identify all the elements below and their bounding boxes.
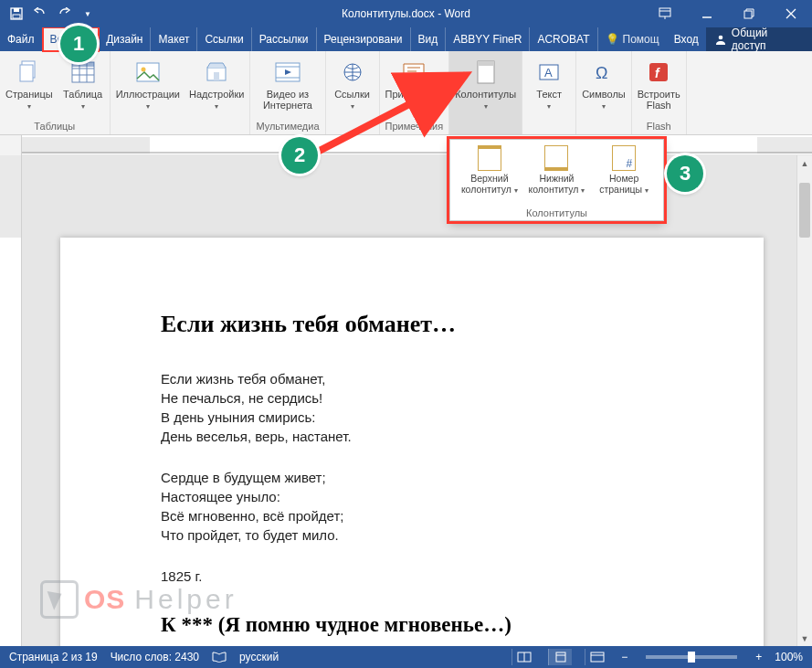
group-tables: Страницы▾ Таблица▾ Таблицы	[0, 51, 111, 134]
group-label: Flash	[647, 119, 671, 134]
flash-icon: f	[644, 58, 673, 86]
view-print-icon[interactable]	[548, 649, 572, 665]
tab-references[interactable]: Ссылки	[197, 27, 251, 51]
headerfooter-button[interactable]: Колонтитулы▾	[455, 55, 516, 112]
book-open-icon	[212, 652, 227, 663]
store-icon	[202, 58, 231, 86]
illustrations-button[interactable]: Иллюстрации▾	[116, 55, 180, 112]
textbox-icon: A	[534, 58, 564, 86]
tab-design[interactable]: Дизайн	[99, 27, 151, 51]
chevron-down-icon: ▾	[81, 102, 85, 111]
symbols-button[interactable]: Ω Символы▾	[582, 55, 626, 112]
view-read-icon[interactable]	[511, 649, 535, 665]
restore-icon[interactable]	[728, 0, 770, 27]
ribbon: Страницы▾ Таблица▾ Таблицы Иллюстрации▾ …	[0, 51, 812, 135]
save-icon[interactable]	[9, 6, 24, 21]
tab-mailings[interactable]: Рассылки	[252, 27, 317, 51]
group-symbols: Ω Символы▾ .	[576, 51, 632, 134]
zoom-slider[interactable]	[646, 655, 737, 659]
watermark-logo: OS Helper	[40, 580, 237, 619]
chevron-down-icon: ▾	[27, 102, 31, 111]
link-icon	[338, 58, 367, 86]
pages-button[interactable]: Страницы▾	[5, 55, 53, 112]
group-label: Примечания	[385, 119, 444, 134]
tell-me-label: Помощ	[623, 33, 659, 46]
document-canvas[interactable]: Если жизнь тебя обманет… Если жизнь тебя…	[22, 155, 796, 646]
svg-point-5	[719, 36, 723, 40]
person-icon	[715, 34, 726, 45]
tab-abbyy[interactable]: ABBYY FineR	[446, 27, 530, 51]
scroll-thumb[interactable]	[799, 183, 810, 238]
zoom-out-icon[interactable]: −	[621, 651, 627, 663]
tab-acrobat[interactable]: ACROBAT	[530, 27, 597, 51]
vertical-ruler[interactable]	[0, 155, 22, 646]
vertical-scrollbar[interactable]: ▲ ▼	[796, 155, 812, 646]
svg-rect-2	[13, 15, 20, 18]
status-wordcount[interactable]: Число слов: 2430	[111, 651, 199, 663]
svg-rect-10	[137, 63, 159, 81]
pagenumber-icon: #	[612, 145, 636, 171]
text-button[interactable]: A Текст▾	[528, 55, 570, 112]
ribbon-options-icon[interactable]	[644, 0, 686, 27]
flash-button[interactable]: f Встроить Flash	[638, 55, 680, 111]
header-page-icon	[478, 145, 501, 171]
close-icon[interactable]	[770, 0, 812, 27]
ribbon-tabs: Файл Вставка Дизайн Макет Ссылки Рассылк…	[0, 27, 812, 51]
svg-rect-26	[591, 652, 604, 662]
picture-icon	[133, 58, 163, 86]
video-icon	[273, 58, 302, 86]
minimize-icon[interactable]	[686, 0, 728, 27]
chevron-down-icon: ▾	[581, 186, 585, 195]
group-flash: f Встроить Flash Flash	[632, 51, 687, 134]
customize-qat-icon[interactable]: ▼	[80, 6, 95, 21]
share-label: Общий доступ	[732, 27, 803, 52]
addins-button[interactable]: Надстройки▾	[189, 55, 244, 112]
svg-rect-17	[478, 61, 494, 66]
tell-me[interactable]: 💡 Помощ	[598, 27, 667, 51]
group-headerfooter: Колонтитулы▾ .	[449, 51, 522, 134]
zoom-in-icon[interactable]: +	[755, 651, 762, 663]
scroll-down-icon[interactable]: ▼	[797, 631, 812, 646]
svg-text:Ω: Ω	[596, 64, 607, 82]
status-bar: Страница 2 из 19 Число слов: 2430 русски…	[0, 646, 812, 668]
group-illustrations: Иллюстрации▾ Надстройки▾ .	[111, 51, 251, 134]
chevron-down-icon: ▾	[514, 186, 518, 195]
tab-view[interactable]: Вид	[411, 27, 447, 51]
doc-paragraph: Сердце в будущем живет; Настоящее уныло:…	[161, 468, 663, 545]
scroll-up-icon[interactable]: ▲	[797, 155, 812, 171]
headerfooter-popup: Верхний колонтитул ▾ Нижний колонтитул ▾…	[449, 139, 664, 221]
tab-file[interactable]: Файл	[0, 27, 43, 51]
popup-header-button[interactable]: Верхний колонтитул ▾	[458, 145, 522, 206]
group-media: Видео из Интернета Мультимедиа	[250, 51, 325, 134]
zoom-thumb[interactable]	[688, 652, 695, 663]
comment-icon	[399, 58, 428, 86]
comment-button[interactable]: Примечание	[385, 55, 444, 100]
undo-icon[interactable]	[33, 6, 47, 21]
zoom-level[interactable]: 100%	[775, 651, 803, 663]
window-title: Колонтитулы.docx - Word	[342, 7, 470, 20]
horizontal-ruler[interactable]	[22, 137, 812, 154]
tab-layout[interactable]: Макет	[151, 27, 197, 51]
step-badge-2: 2	[281, 137, 318, 174]
doc-paragraph: Если жизнь тебя обманет, Не печалься, не…	[161, 369, 663, 446]
title-bar: ▼ Колонтитулы.docx - Word	[0, 0, 812, 27]
chevron-down-icon: ▾	[146, 102, 150, 111]
signin-link[interactable]: Вход	[667, 27, 706, 51]
svg-rect-4	[744, 11, 752, 18]
share-button[interactable]: Общий доступ	[706, 27, 812, 51]
view-web-icon[interactable]	[585, 649, 608, 665]
links-button[interactable]: Ссылки▾	[332, 55, 374, 112]
redo-icon[interactable]	[57, 6, 71, 21]
table-button[interactable]: Таблица▾	[62, 55, 104, 112]
status-proofing[interactable]	[212, 652, 227, 663]
chevron-down-icon: ▾	[602, 102, 606, 111]
svg-rect-13	[214, 72, 219, 80]
lightbulb-icon: 💡	[606, 33, 619, 46]
tab-review[interactable]: Рецензировани	[317, 27, 411, 51]
popup-pagenumber-button[interactable]: # Номер страницы ▾	[592, 145, 656, 206]
footer-page-icon	[544, 145, 568, 171]
status-page[interactable]: Страница 2 из 19	[9, 651, 98, 663]
status-language[interactable]: русский	[239, 651, 279, 663]
online-video-button[interactable]: Видео из Интернета	[263, 55, 312, 111]
popup-footer-button[interactable]: Нижний колонтитул ▾	[524, 145, 588, 206]
